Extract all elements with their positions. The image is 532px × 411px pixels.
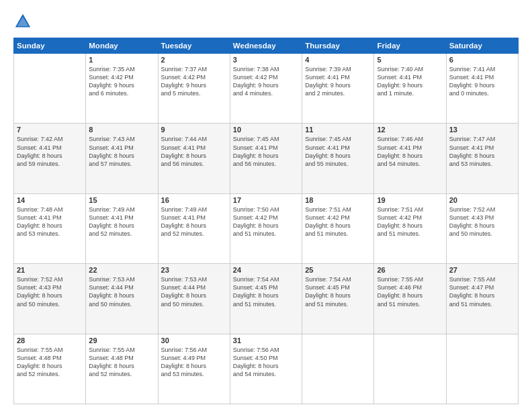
weekday-tuesday: Tuesday (158, 38, 230, 54)
day-info: Sunrise: 7:55 AM Sunset: 4:48 PM Dayligh… (89, 346, 154, 379)
day-number: 1 (89, 56, 154, 64)
day-cell: 10Sunrise: 7:45 AM Sunset: 4:41 PM Dayli… (230, 124, 302, 193)
day-cell: 11Sunrise: 7:45 AM Sunset: 4:41 PM Dayli… (302, 124, 374, 193)
day-info: Sunrise: 7:54 AM Sunset: 4:45 PM Dayligh… (305, 275, 371, 308)
logo-icon (13, 12, 32, 31)
day-info: Sunrise: 7:37 AM Sunset: 4:42 PM Dayligh… (161, 65, 227, 98)
day-info: Sunrise: 7:41 AM Sunset: 4:41 PM Dayligh… (449, 65, 515, 98)
weekday-thursday: Thursday (302, 38, 374, 54)
day-number: 26 (377, 266, 443, 274)
day-info: Sunrise: 7:56 AM Sunset: 4:50 PM Dayligh… (233, 346, 299, 379)
day-cell: 3Sunrise: 7:38 AM Sunset: 4:42 PM Daylig… (230, 54, 302, 124)
week-row-5: 28Sunrise: 7:55 AM Sunset: 4:48 PM Dayli… (14, 334, 519, 404)
day-cell: 22Sunrise: 7:53 AM Sunset: 4:44 PM Dayli… (86, 264, 158, 334)
day-cell: 27Sunrise: 7:55 AM Sunset: 4:47 PM Dayli… (446, 264, 518, 334)
day-cell: 14Sunrise: 7:48 AM Sunset: 4:41 PM Dayli… (14, 193, 86, 263)
weekday-friday: Friday (374, 38, 446, 54)
day-cell: 28Sunrise: 7:55 AM Sunset: 4:48 PM Dayli… (14, 334, 86, 404)
day-number: 9 (161, 126, 227, 134)
day-number: 17 (233, 196, 299, 204)
logo (13, 12, 36, 31)
day-number: 21 (17, 266, 83, 274)
day-info: Sunrise: 7:54 AM Sunset: 4:45 PM Dayligh… (233, 275, 299, 308)
weekday-monday: Monday (86, 38, 158, 54)
day-cell: 16Sunrise: 7:49 AM Sunset: 4:41 PM Dayli… (158, 193, 230, 263)
day-number: 16 (161, 196, 227, 204)
day-number: 29 (89, 336, 154, 345)
page: SundayMondayTuesdayWednesdayThursdayFrid… (0, 0, 532, 411)
day-cell (374, 334, 446, 404)
day-cell: 1Sunrise: 7:35 AM Sunset: 4:42 PM Daylig… (86, 54, 158, 124)
day-number: 28 (17, 336, 83, 345)
day-cell: 24Sunrise: 7:54 AM Sunset: 4:45 PM Dayli… (230, 264, 302, 334)
day-info: Sunrise: 7:45 AM Sunset: 4:41 PM Dayligh… (305, 135, 371, 168)
day-cell: 29Sunrise: 7:55 AM Sunset: 4:48 PM Dayli… (86, 334, 158, 404)
day-info: Sunrise: 7:46 AM Sunset: 4:41 PM Dayligh… (377, 135, 443, 168)
day-number: 6 (449, 56, 515, 64)
day-info: Sunrise: 7:40 AM Sunset: 4:41 PM Dayligh… (377, 65, 443, 98)
day-number: 11 (305, 126, 371, 134)
weekday-header-row: SundayMondayTuesdayWednesdayThursdayFrid… (14, 38, 519, 54)
day-cell: 21Sunrise: 7:52 AM Sunset: 4:43 PM Dayli… (14, 264, 86, 334)
day-number: 27 (449, 266, 515, 274)
day-cell: 20Sunrise: 7:52 AM Sunset: 4:43 PM Dayli… (446, 193, 518, 263)
week-row-2: 7Sunrise: 7:42 AM Sunset: 4:41 PM Daylig… (14, 124, 519, 193)
day-info: Sunrise: 7:55 AM Sunset: 4:46 PM Dayligh… (377, 275, 443, 308)
day-number: 22 (89, 266, 154, 274)
weekday-sunday: Sunday (14, 38, 86, 54)
day-number: 12 (377, 126, 443, 134)
day-cell: 13Sunrise: 7:47 AM Sunset: 4:41 PM Dayli… (446, 124, 518, 193)
day-cell: 8Sunrise: 7:43 AM Sunset: 4:41 PM Daylig… (86, 124, 158, 193)
day-info: Sunrise: 7:56 AM Sunset: 4:49 PM Dayligh… (161, 346, 227, 379)
day-info: Sunrise: 7:35 AM Sunset: 4:42 PM Dayligh… (89, 65, 154, 98)
day-info: Sunrise: 7:45 AM Sunset: 4:41 PM Dayligh… (233, 135, 299, 168)
day-info: Sunrise: 7:48 AM Sunset: 4:41 PM Dayligh… (17, 205, 83, 238)
weekday-saturday: Saturday (446, 38, 518, 54)
day-info: Sunrise: 7:42 AM Sunset: 4:41 PM Dayligh… (17, 135, 83, 168)
day-info: Sunrise: 7:51 AM Sunset: 4:42 PM Dayligh… (377, 205, 443, 238)
day-number: 19 (377, 196, 443, 204)
day-cell: 17Sunrise: 7:50 AM Sunset: 4:42 PM Dayli… (230, 193, 302, 263)
day-cell: 6Sunrise: 7:41 AM Sunset: 4:41 PM Daylig… (446, 54, 518, 124)
day-number: 7 (17, 126, 83, 134)
weekday-wednesday: Wednesday (230, 38, 302, 54)
day-number: 3 (233, 56, 299, 64)
day-cell: 4Sunrise: 7:39 AM Sunset: 4:41 PM Daylig… (302, 54, 374, 124)
calendar-table: SundayMondayTuesdayWednesdayThursdayFrid… (13, 38, 519, 404)
day-cell: 30Sunrise: 7:56 AM Sunset: 4:49 PM Dayli… (158, 334, 230, 404)
day-number: 5 (377, 56, 443, 64)
day-info: Sunrise: 7:53 AM Sunset: 4:44 PM Dayligh… (161, 275, 227, 308)
day-info: Sunrise: 7:53 AM Sunset: 4:44 PM Dayligh… (89, 275, 154, 308)
week-row-3: 14Sunrise: 7:48 AM Sunset: 4:41 PM Dayli… (14, 193, 519, 263)
week-row-1: 1Sunrise: 7:35 AM Sunset: 4:42 PM Daylig… (14, 54, 519, 124)
day-number: 23 (161, 266, 227, 274)
day-info: Sunrise: 7:38 AM Sunset: 4:42 PM Dayligh… (233, 65, 299, 98)
day-number: 4 (305, 56, 371, 64)
day-info: Sunrise: 7:55 AM Sunset: 4:48 PM Dayligh… (17, 346, 83, 379)
day-cell: 5Sunrise: 7:40 AM Sunset: 4:41 PM Daylig… (374, 54, 446, 124)
day-cell: 23Sunrise: 7:53 AM Sunset: 4:44 PM Dayli… (158, 264, 230, 334)
day-number: 14 (17, 196, 83, 204)
day-cell: 25Sunrise: 7:54 AM Sunset: 4:45 PM Dayli… (302, 264, 374, 334)
day-number: 30 (161, 336, 227, 345)
day-cell: 12Sunrise: 7:46 AM Sunset: 4:41 PM Dayli… (374, 124, 446, 193)
day-cell: 9Sunrise: 7:44 AM Sunset: 4:41 PM Daylig… (158, 124, 230, 193)
day-info: Sunrise: 7:49 AM Sunset: 4:41 PM Dayligh… (89, 205, 154, 238)
day-number: 13 (449, 126, 515, 134)
day-number: 8 (89, 126, 154, 134)
day-info: Sunrise: 7:51 AM Sunset: 4:42 PM Dayligh… (305, 205, 371, 238)
day-cell (14, 54, 86, 124)
day-info: Sunrise: 7:52 AM Sunset: 4:43 PM Dayligh… (449, 205, 515, 238)
week-row-4: 21Sunrise: 7:52 AM Sunset: 4:43 PM Dayli… (14, 264, 519, 334)
day-number: 18 (305, 196, 371, 204)
day-cell: 31Sunrise: 7:56 AM Sunset: 4:50 PM Dayli… (230, 334, 302, 404)
header (13, 12, 519, 31)
day-number: 24 (233, 266, 299, 274)
day-number: 2 (161, 56, 227, 64)
day-number: 20 (449, 196, 515, 204)
day-number: 15 (89, 196, 154, 204)
day-info: Sunrise: 7:55 AM Sunset: 4:47 PM Dayligh… (449, 275, 515, 308)
day-info: Sunrise: 7:39 AM Sunset: 4:41 PM Dayligh… (305, 65, 371, 98)
day-info: Sunrise: 7:50 AM Sunset: 4:42 PM Dayligh… (233, 205, 299, 238)
day-cell (446, 334, 518, 404)
